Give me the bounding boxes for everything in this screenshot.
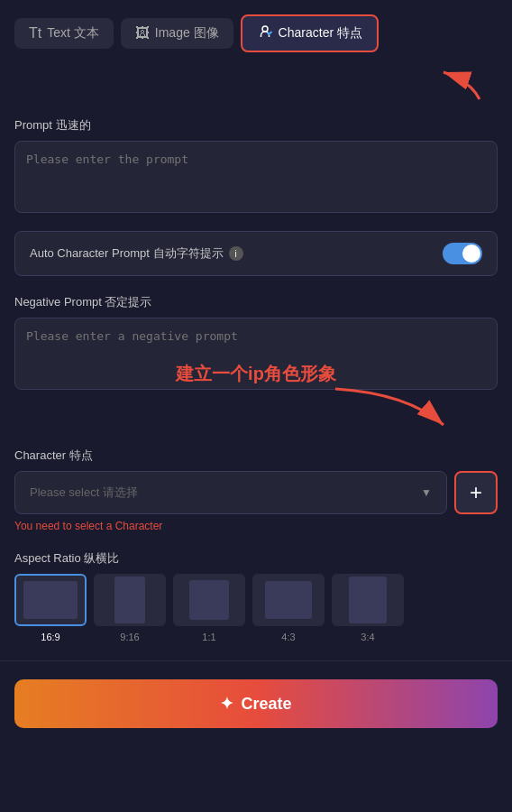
ratio-1-1[interactable]: 1:1 [173, 574, 245, 642]
auto-prompt-row: Auto Character Prompt 自动字符提示 i [14, 231, 498, 276]
ratio-4-3-thumbnail [252, 574, 325, 626]
character-icon [257, 23, 273, 43]
info-icon[interactable]: i [229, 246, 243, 261]
create-button[interactable]: ✦ Create [14, 679, 498, 728]
annotation-arrow-svg [299, 384, 462, 438]
negative-prompt-label: Negative Prompt 否定提示 [14, 294, 498, 310]
svg-point-0 [262, 26, 268, 32]
arrow-annotation [317, 63, 498, 103]
image-icon: 🖼 [135, 25, 150, 42]
aspect-ratio-label: Aspect Ratio 纵横比 [14, 550, 498, 567]
ratio-3-4-thumbnail [332, 574, 404, 626]
auto-prompt-toggle[interactable] [443, 243, 482, 264]
main-content: Prompt 迅速的 Auto Character Prompt 自动字符提示 … [0, 117, 512, 642]
ratio-16-9[interactable]: 16:9 [14, 574, 87, 642]
prompt-label: Prompt 迅速的 [14, 117, 498, 134]
ratio-16-9-thumbnail [14, 574, 87, 626]
aspect-ratio-grid: 16:9 9:16 1:1 4:3 [14, 574, 498, 642]
character-select-placeholder: Please select 请选择 [30, 484, 138, 501]
character-error: You need to select a Character [14, 520, 498, 532]
tab-image[interactable]: 🖼 Image 图像 [121, 18, 233, 49]
ratio-3-4-label: 3:4 [361, 632, 374, 642]
ratio-4-3-label: 4:3 [281, 632, 295, 642]
aspect-ratio-section: Aspect Ratio 纵横比 16:9 9:16 1:1 [14, 550, 498, 642]
ratio-4-3[interactable]: 4:3 [252, 574, 325, 642]
ratio-16-9-label: 16:9 [41, 632, 59, 642]
tab-character-label: Character 特点 [279, 25, 362, 42]
tab-bar: Tt Text 文本 🖼 Image 图像 Character 特点 [0, 0, 512, 63]
divider [0, 660, 512, 661]
character-select[interactable]: Please select 请选择 ▼ [14, 471, 447, 514]
prompt-input[interactable] [14, 141, 498, 213]
negative-prompt-input[interactable] [14, 318, 498, 390]
auto-prompt-label: Auto Character Prompt 自动字符提示 i [30, 245, 243, 262]
chevron-down-icon: ▼ [421, 486, 432, 499]
ratio-9-16[interactable]: 9:16 [94, 574, 166, 642]
character-row: Please select 请选择 ▼ + [14, 471, 498, 514]
ratio-1-1-label: 1:1 [202, 632, 215, 642]
tab-character[interactable]: Character 特点 [241, 14, 379, 52]
ratio-9-16-thumbnail [94, 574, 166, 626]
ratio-3-4[interactable]: 3:4 [332, 574, 404, 642]
tab-image-label: Image 图像 [155, 25, 219, 42]
character-section: Character 特点 Please select 请选择 ▼ + You n… [14, 448, 498, 532]
character-add-button[interactable]: + [454, 471, 498, 514]
character-label: Character 特点 [14, 448, 498, 464]
create-button-label: Create [241, 695, 291, 714]
negative-prompt-container: 建立一个ip角色形象 [14, 318, 498, 393]
toggle-knob [462, 245, 480, 263]
ratio-1-1-thumbnail [173, 574, 245, 626]
text-icon: Tt [29, 25, 41, 42]
ratio-9-16-label: 9:16 [120, 632, 139, 642]
sparkle-icon: ✦ [220, 694, 233, 714]
tab-text-label: Text 文本 [47, 25, 99, 42]
tab-text[interactable]: Tt Text 文本 [14, 18, 114, 49]
